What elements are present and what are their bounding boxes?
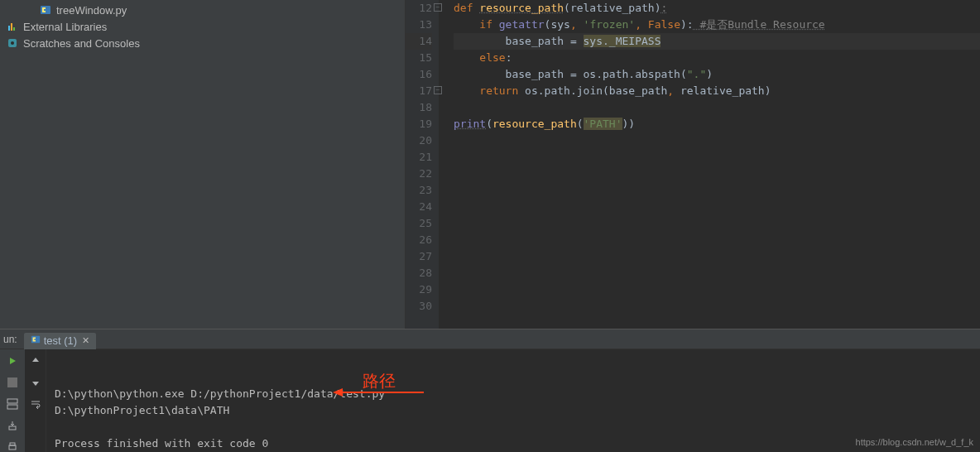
tree-item-label: treeWindow.py xyxy=(56,4,127,17)
run-panel: un: test (1) ✕ D xyxy=(0,329,980,452)
svg-point-5 xyxy=(11,41,14,45)
python-file-icon xyxy=(31,334,41,347)
tree-item-label: External Libraries xyxy=(23,21,107,33)
editor-gutter: 12−1314151617−18192021222324252627282930 xyxy=(406,0,439,329)
svg-rect-10 xyxy=(9,426,16,430)
project-tree[interactable]: treeWindow.py External Libraries Scratch… xyxy=(0,0,406,329)
svg-rect-1 xyxy=(8,26,10,31)
svg-rect-9 xyxy=(7,405,17,409)
svg-rect-2 xyxy=(11,23,12,31)
stop-icon[interactable] xyxy=(4,374,21,391)
tree-item-label: Scratches and Consoles xyxy=(23,37,140,50)
svg-rect-6 xyxy=(31,336,40,344)
rerun-icon[interactable] xyxy=(4,353,21,369)
svg-rect-11 xyxy=(9,445,16,450)
down-icon[interactable] xyxy=(27,374,44,391)
library-icon xyxy=(7,21,18,32)
run-tab-label: test (1) xyxy=(44,334,77,347)
close-icon[interactable]: ✕ xyxy=(82,335,89,346)
python-file-icon xyxy=(40,4,51,16)
svg-rect-3 xyxy=(13,27,15,31)
tree-item-file[interactable]: treeWindow.py xyxy=(0,2,405,18)
svg-rect-12 xyxy=(10,443,15,445)
console-output[interactable]: D:\python\python.exe D:/pythonProject1/d… xyxy=(46,349,980,452)
run-sub-toolbar xyxy=(25,349,46,452)
scratch-icon xyxy=(7,37,18,49)
tree-item-scratches[interactable]: Scratches and Consoles xyxy=(0,35,405,51)
run-tab[interactable]: test (1) ✕ xyxy=(24,333,96,349)
svg-rect-8 xyxy=(7,399,17,403)
run-toolbar xyxy=(0,349,25,452)
svg-rect-0 xyxy=(41,6,50,14)
watermark: https://blog.csdn.net/w_d_f_k xyxy=(856,437,973,447)
up-icon[interactable] xyxy=(27,353,44,369)
run-panel-label: un: xyxy=(3,334,17,345)
wrap-icon[interactable] xyxy=(27,396,44,412)
export-icon[interactable] xyxy=(4,417,21,434)
print-icon[interactable] xyxy=(4,439,21,452)
run-header: un: test (1) ✕ xyxy=(0,329,980,349)
svg-rect-7 xyxy=(7,377,17,387)
annotation-label: 路径 xyxy=(363,373,396,389)
tree-item-libraries[interactable]: External Libraries xyxy=(0,18,405,35)
annotation-arrow xyxy=(268,369,424,421)
layout-icon[interactable] xyxy=(4,396,21,412)
editor-code-area[interactable]: def resource_path(relative_path): if get… xyxy=(439,0,980,329)
code-editor[interactable]: 12−1314151617−18192021222324252627282930… xyxy=(406,0,980,329)
